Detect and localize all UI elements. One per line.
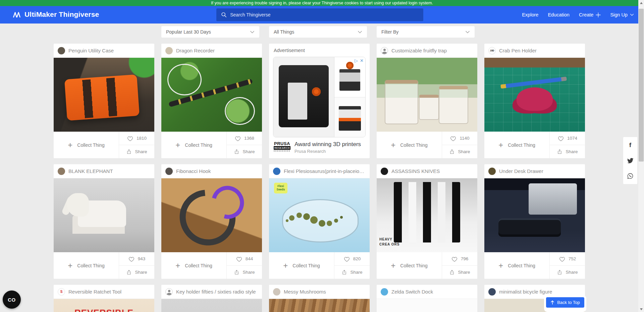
share-button[interactable]: Share — [119, 145, 154, 158]
collect-thing-button[interactable]: + Collect Thing — [484, 252, 549, 279]
thing-card-header[interactable]: Dragon Recorder — [161, 44, 262, 58]
thing-title[interactable]: Flexi Plesiosaurus(print-in-placeiosauru… — [284, 168, 366, 174]
like-button[interactable]: 796 — [442, 252, 477, 265]
share-button[interactable]: Share — [550, 265, 585, 279]
thing-card-header[interactable]: Zelda Switch Dock — [377, 285, 477, 299]
thing-title[interactable]: Zelda Switch Dock — [391, 289, 433, 295]
creator-avatar[interactable] — [165, 168, 173, 175]
thing-title[interactable]: Crab Pen Holder — [499, 48, 537, 53]
creator-avatar[interactable]: J3D — [488, 47, 496, 54]
thing-card-header[interactable]: J3D Crab Pen Holder — [484, 44, 585, 58]
thing-thumbnail[interactable] — [377, 299, 477, 312]
search-input[interactable] — [230, 12, 419, 17]
ad-image-main-printer[interactable] — [273, 57, 334, 137]
like-button[interactable]: 820 — [334, 252, 370, 265]
creator-avatar-default[interactable] — [381, 47, 388, 54]
share-button[interactable]: Share — [334, 265, 370, 279]
filter-by-dropdown[interactable]: Filter By — [377, 26, 475, 38]
like-button[interactable]: 943 — [119, 252, 154, 265]
ad-headline[interactable]: Award winning 3D printers — [294, 141, 361, 148]
like-button[interactable]: 1810 — [119, 132, 154, 145]
like-button[interactable]: 1074 — [550, 132, 585, 145]
scrollbar-up-arrow[interactable] — [638, 0, 644, 6]
thing-thumbnail[interactable] — [161, 299, 262, 312]
thing-title[interactable]: ASSASSINS KNIVES — [391, 168, 440, 174]
twitter-icon[interactable] — [627, 157, 634, 164]
thing-card-header[interactable]: Flexi Plesiosaurus(print-in-placeiosauru… — [269, 164, 370, 178]
thing-title[interactable]: Under Desk Drawer — [499, 168, 543, 174]
thing-thumbnail[interactable]: REVERSIBLE — [54, 299, 154, 312]
thing-thumbnail[interactable]: Flexi Seeds — [269, 178, 370, 252]
thing-card-header[interactable]: ASSASSINS KNIVES — [377, 164, 477, 178]
back-to-top-button[interactable]: Back to Top — [546, 297, 584, 308]
share-button[interactable]: Share — [550, 145, 585, 158]
creator-avatar-default[interactable] — [165, 288, 173, 296]
thing-title[interactable]: minimalist bicycle figure — [499, 289, 552, 295]
thing-thumbnail[interactable] — [54, 178, 154, 252]
prusa-research-logo[interactable]: PRUSA RESEARCH — [274, 141, 290, 151]
thingiverse-logo[interactable]: UltiMaker Thingiverse — [13, 10, 99, 18]
share-button[interactable]: Share — [227, 265, 262, 279]
thing-thumbnail[interactable] — [269, 299, 370, 312]
nav-education[interactable]: Education — [548, 12, 570, 17]
collect-thing-button[interactable]: + Collect Thing — [269, 252, 334, 279]
thing-title[interactable]: Customizable fruitfly trap — [391, 48, 447, 53]
thing-title[interactable]: Penguin Utility Case — [68, 48, 114, 53]
thing-card-header[interactable]: S Reversible Ratchet Tool — [54, 285, 154, 299]
creator-avatar[interactable] — [381, 288, 388, 296]
search-box[interactable] — [216, 8, 423, 21]
creator-avatar[interactable]: S — [58, 288, 65, 296]
creator-avatar[interactable] — [165, 47, 173, 54]
thing-card-header[interactable]: Fibonacci Hook — [161, 164, 262, 178]
page-scrollbar[interactable] — [638, 0, 644, 312]
ad-image-printer-3[interactable] — [334, 97, 365, 137]
share-button[interactable]: Share — [227, 145, 262, 158]
nav-signup[interactable]: Sign Up — [610, 12, 634, 17]
like-button[interactable]: 844 — [227, 252, 262, 265]
thing-thumbnail[interactable] — [54, 58, 154, 132]
thing-thumbnail[interactable] — [161, 178, 262, 252]
thing-thumbnail[interactable] — [484, 58, 585, 132]
collect-thing-button[interactable]: + Collect Thing — [377, 132, 442, 158]
thing-thumbnail[interactable] — [161, 58, 262, 132]
creator-avatar[interactable] — [58, 168, 65, 175]
thing-title[interactable]: Messy Mushrooms — [284, 289, 326, 295]
thing-card-header[interactable]: BLANK ELEPHANT — [54, 164, 154, 178]
thing-thumbnail[interactable] — [484, 178, 585, 252]
scrollbar-down-arrow[interactable] — [638, 306, 644, 312]
creator-avatar[interactable] — [381, 168, 388, 175]
like-button[interactable]: 1140 — [442, 132, 477, 145]
thing-type-dropdown[interactable]: All Things — [269, 26, 367, 38]
facebook-icon[interactable]: f — [627, 142, 634, 148]
like-button[interactable]: 752 — [550, 252, 585, 265]
collect-thing-button[interactable]: + Collect Thing — [161, 132, 226, 158]
creator-avatar[interactable] — [273, 168, 280, 175]
creator-avatar[interactable] — [273, 288, 280, 296]
share-button[interactable]: Share — [119, 265, 154, 279]
thing-title[interactable]: Key holder fifties / sixties radio style — [176, 289, 256, 295]
share-button[interactable]: Share — [442, 265, 477, 279]
creator-avatar[interactable] — [488, 288, 496, 296]
collect-thing-button[interactable]: + Collect Thing — [484, 132, 549, 158]
thing-title[interactable]: Dragon Recorder — [176, 48, 215, 53]
thing-card-header[interactable]: Messy Mushrooms — [269, 285, 370, 299]
cookie-consent-button[interactable]: CO — [3, 291, 21, 309]
collect-thing-button[interactable]: + Collect Thing — [377, 252, 442, 279]
collect-thing-button[interactable]: + Collect Thing — [161, 252, 226, 279]
thing-title[interactable]: BLANK ELEPHANT — [68, 168, 113, 174]
thing-thumbnail[interactable]: HEAVY CREA ORS — [377, 178, 477, 252]
nav-explore[interactable]: Explore — [522, 12, 538, 17]
thing-card-header[interactable]: Key holder fifties / sixties radio style — [161, 285, 262, 299]
ad-close-icon[interactable]: ✕ — [360, 58, 364, 63]
nav-create[interactable]: Create — [579, 12, 601, 17]
adchoices-icon[interactable]: ▷ — [355, 58, 358, 63]
thing-thumbnail[interactable] — [377, 58, 477, 132]
whatsapp-icon[interactable] — [627, 173, 634, 179]
thing-card-header[interactable]: Customizable fruitfly trap — [377, 44, 477, 58]
thing-title[interactable]: Fibonacci Hook — [176, 168, 211, 174]
thing-card-header[interactable]: Under Desk Drawer — [484, 164, 585, 178]
collect-thing-button[interactable]: + Collect Thing — [54, 132, 119, 158]
scrollbar-thumb[interactable] — [639, 9, 644, 162]
creator-avatar[interactable] — [488, 168, 496, 175]
share-button[interactable]: Share — [442, 145, 477, 158]
